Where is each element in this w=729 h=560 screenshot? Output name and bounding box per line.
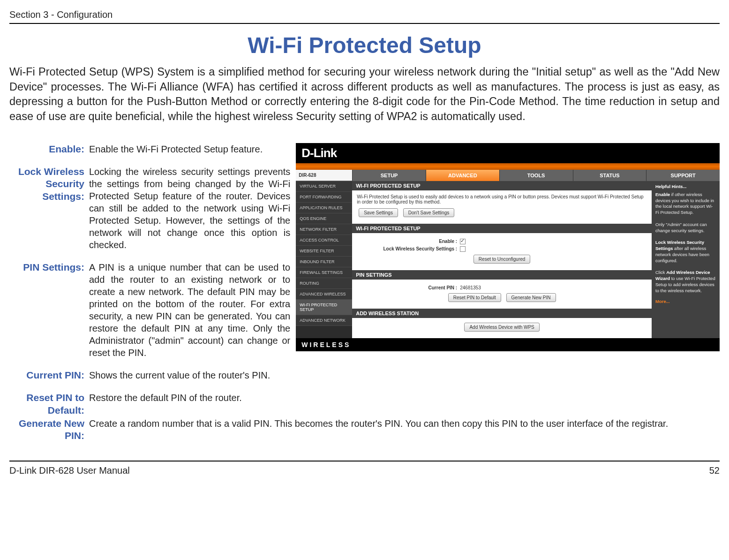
help-p2: Only "Admin" account can change security… <box>655 222 716 234</box>
tab-setup[interactable]: SETUP <box>352 170 426 181</box>
router-screenshot: D-Link DIR-628 SETUP ADVANCED TOOLS STAT… <box>296 143 720 351</box>
def-label-enable: Enable: <box>9 143 89 155</box>
reset-pin-button[interactable]: Reset PIN to Default <box>448 293 501 302</box>
page-number: 52 <box>709 465 720 476</box>
router-header: D-Link <box>296 143 720 163</box>
sidebar-item-advanced-network[interactable]: ADVANCED NETWORK <box>296 315 352 326</box>
help-p1-bold: Enable <box>655 192 670 197</box>
panel-add-station-title: ADD WIRELESS STATION <box>352 309 652 318</box>
help-p4: Click Add Wireless Device Wizard to use … <box>655 270 716 294</box>
router-model: DIR-628 <box>296 170 352 181</box>
add-wireless-device-button[interactable]: Add Wireless Device with WPS <box>464 323 539 332</box>
intro-paragraph: Wi-Fi Protected Setup (WPS) System is a … <box>9 65 720 124</box>
help-p3: Lock Wireless Security Settings after al… <box>655 240 716 264</box>
enable-checkbox[interactable] <box>460 239 466 244</box>
help-p1: Enable if other wireless devices you wis… <box>655 192 716 216</box>
def-label-pin: PIN Settings: <box>9 261 89 359</box>
def-label-curpin: Current PIN: <box>9 369 89 381</box>
router-footer: WIRELESS <box>296 338 720 351</box>
router-sidebar: VIRTUAL SERVER PORT FORWARDING APPLICATI… <box>296 181 352 338</box>
sidebar-item-application-rules[interactable]: APPLICATION RULES <box>296 203 352 213</box>
generate-pin-button[interactable]: Generate New PIN <box>506 293 556 302</box>
dlink-logo: D-Link <box>301 146 337 160</box>
sidebar-item-wps[interactable]: WI-FI PROTECTED SETUP <box>296 300 352 315</box>
sidebar-item-port-forwarding[interactable]: PORT FORWARDING <box>296 192 352 203</box>
sidebar-item-access-control[interactable]: ACCESS CONTROL <box>296 235 352 246</box>
running-footer: D-Link DIR-628 User Manual 52 <box>9 465 720 476</box>
definition-list: Enable: Enable the Wi-Fi Protected Setup… <box>9 143 290 427</box>
router-nav: DIR-628 SETUP ADVANCED TOOLS STATUS SUPP… <box>296 170 720 181</box>
def-desc-gen: Create a random number that is a valid P… <box>89 417 720 442</box>
def-desc-reset: Restore the default PIN of the router. <box>89 392 290 416</box>
panel-wps-title: WI-FI PROTECTED SETUP <box>352 224 652 233</box>
def-desc-lock: Locking the wireless security settings p… <box>89 166 290 251</box>
save-settings-button[interactable]: Save Settings <box>359 208 398 217</box>
tab-support[interactable]: SUPPORT <box>646 170 720 181</box>
lock-checkbox[interactable] <box>460 246 466 252</box>
panel-wps-intro-text: Wi-Fi Protected Setup is used to easily … <box>357 194 647 204</box>
def-desc-pin: A PIN is a unique number that can be use… <box>89 261 290 359</box>
running-header: Section 3 - Configuration <box>9 9 720 20</box>
tab-status[interactable]: STATUS <box>573 170 646 181</box>
def-desc-curpin: Shows the current value of the router's … <box>89 369 290 381</box>
header-rule <box>9 23 720 24</box>
lock-label: Lock Wireless Security Settings : <box>357 246 460 251</box>
sidebar-item-website-filter[interactable]: WEBSITE FILTER <box>296 246 352 257</box>
def-desc-enable: Enable the Wi-Fi Protected Setup feature… <box>89 143 290 155</box>
reset-unconfigured-button[interactable]: Reset to Unconfigured <box>473 255 531 264</box>
help-more-link[interactable]: More... <box>655 299 716 305</box>
help-p4-pre: Click <box>655 270 666 275</box>
current-pin-label: Current PIN : <box>357 285 460 290</box>
router-main: WI-FI PROTECTED SETUP Wi-Fi Protected Se… <box>352 181 652 338</box>
sidebar-item-inbound-filter[interactable]: INBOUND FILTER <box>296 257 352 267</box>
router-orange-bar <box>296 163 720 170</box>
footer-left: D-Link DIR-628 User Manual <box>9 465 130 476</box>
panel-pin-title: PIN SETTINGS <box>352 270 652 280</box>
current-pin-value: 24681353 <box>460 285 481 290</box>
tab-tools[interactable]: TOOLS <box>499 170 573 181</box>
help-title: Helpful Hints... <box>655 184 716 190</box>
sidebar-item-advanced-wireless[interactable]: ADVANCED WIRELESS <box>296 289 352 300</box>
sidebar-item-network-filter[interactable]: NETWORK FILTER <box>296 224 352 235</box>
def-label-gen: Generate New PIN: <box>9 417 89 442</box>
def-label-lock: Lock Wireless Security Settings: <box>9 166 89 251</box>
def-label-reset: Reset PIN to Default: <box>9 392 89 416</box>
enable-label: Enable : <box>357 239 460 244</box>
tab-advanced[interactable]: ADVANCED <box>426 170 499 181</box>
sidebar-item-virtual-server[interactable]: VIRTUAL SERVER <box>296 181 352 192</box>
dont-save-settings-button[interactable]: Don't Save Settings <box>403 208 455 217</box>
panel-wps-intro-title: WI-FI PROTECTED SETUP <box>352 181 652 190</box>
router-help-panel: Helpful Hints... Enable if other wireles… <box>652 181 720 338</box>
sidebar-item-firewall-settings[interactable]: FIREWALL SETTINGS <box>296 267 352 278</box>
sidebar-item-qos-engine[interactable]: QOS ENGINE <box>296 213 352 224</box>
section-label: Section 3 - Configuration <box>9 9 113 20</box>
sidebar-item-routing[interactable]: ROUTING <box>296 278 352 289</box>
page-title: Wi-Fi Protected Setup <box>9 32 720 58</box>
footer-rule <box>9 461 720 462</box>
